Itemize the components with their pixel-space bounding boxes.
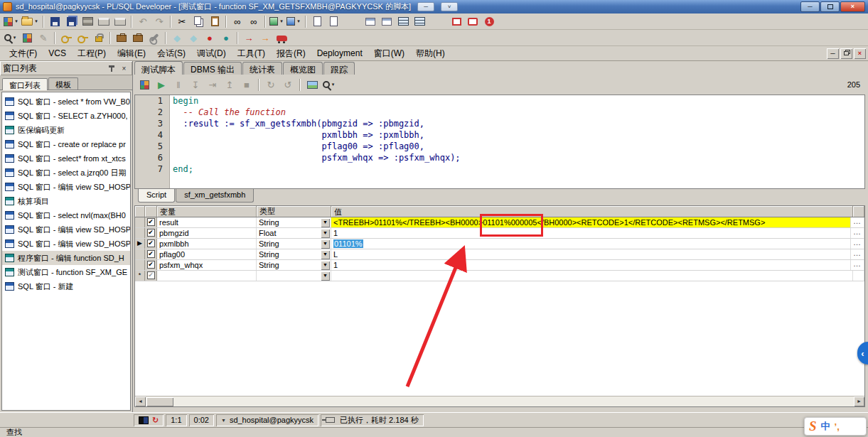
menu-file[interactable]: 文件(F) xyxy=(4,46,43,61)
checkbox-icon[interactable]: ✔ xyxy=(147,261,155,269)
key-secondary-button[interactable] xyxy=(75,31,90,45)
window-list-item[interactable]: 测试窗口 - function SF_XM_GE xyxy=(2,265,130,279)
monitor-button[interactable] xyxy=(465,14,481,28)
ime-toolbar[interactable]: S 中 ’, xyxy=(804,417,867,436)
tab-window-list[interactable]: 窗口列表 xyxy=(2,78,48,90)
code-editor[interactable]: 1begin 2 -- Call the function 3 :result … xyxy=(134,95,865,189)
variable-name-cell[interactable]: pxmlbbh xyxy=(157,239,257,249)
variable-name-cell[interactable]: psfxm_whqx xyxy=(157,260,257,270)
mdi-restore-button[interactable] xyxy=(840,48,852,59)
variable-value-cell[interactable]: 01101% xyxy=(331,239,851,249)
preferences-button[interactable] xyxy=(19,31,35,45)
execute-button[interactable]: ▶ xyxy=(154,77,169,92)
window-list-item[interactable]: 医保编码更新 xyxy=(2,123,130,137)
variable-name-cell[interactable]: pflag00 xyxy=(157,249,257,259)
snapshot-button[interactable] xyxy=(304,77,320,92)
lock-button[interactable] xyxy=(91,31,107,45)
checkbox-icon[interactable]: ✔ xyxy=(147,229,155,237)
value-column-header[interactable]: 值 xyxy=(331,206,853,217)
type-dropdown-icon[interactable]: ▼ xyxy=(321,229,330,238)
key-button[interactable] xyxy=(58,31,74,45)
find-next-button[interactable]: ∞ xyxy=(246,14,262,28)
menu-session[interactable]: 会话(S) xyxy=(151,46,191,61)
table-view-button[interactable] xyxy=(395,14,411,28)
value-ellipsis-button[interactable]: … xyxy=(851,228,864,238)
row-check-cell[interactable]: ✔ xyxy=(145,260,157,270)
variable-value-cell[interactable]: 1 xyxy=(331,260,851,270)
row-check-cell[interactable]: ✔ xyxy=(145,271,157,281)
type-dropdown-icon[interactable]: ▼ xyxy=(321,218,330,227)
package-button[interactable] xyxy=(130,31,146,45)
variable-name-cell[interactable]: pbmgzid xyxy=(157,228,257,238)
edit-button[interactable]: ✎ xyxy=(36,31,51,45)
copy-button[interactable] xyxy=(191,14,206,28)
info-button[interactable]: 1 xyxy=(481,14,497,28)
paste-button[interactable] xyxy=(207,14,223,28)
new-window-button[interactable]: ▾ xyxy=(3,14,20,28)
checkbox-icon[interactable]: ✔ xyxy=(147,271,155,279)
scrollbar-thumb[interactable] xyxy=(146,397,173,406)
stop-button[interactable]: ■ xyxy=(239,77,254,92)
window-list-item[interactable]: SQL 窗口 - SELECT a.ZYH000, a xyxy=(2,109,130,123)
variable-name-cell[interactable] xyxy=(157,271,257,281)
window-list-item[interactable]: SQL 窗口 - 编辑 view SD_HOSP xyxy=(2,237,130,251)
horizontal-scrollbar[interactable]: ◄ ► xyxy=(135,396,864,406)
pin-button[interactable] xyxy=(106,63,117,73)
tools-button[interactable] xyxy=(146,31,162,45)
menu-deployment[interactable]: Deployment xyxy=(311,47,368,60)
scroll-right-button[interactable]: ► xyxy=(854,396,864,406)
checkbox-icon[interactable]: ✔ xyxy=(147,218,155,226)
menu-debug[interactable]: 调试(D) xyxy=(191,46,232,61)
scroll-left-button[interactable]: ◄ xyxy=(135,396,146,406)
mdi-minimize-button[interactable]: ─ xyxy=(827,48,839,59)
window-list-dropdown[interactable]: ▾ xyxy=(269,14,285,28)
menu-tools[interactable]: 工具(T) xyxy=(232,46,271,61)
grid-view-button[interactable] xyxy=(412,14,427,28)
ime-punctuation-icon[interactable]: ’, xyxy=(835,421,840,432)
variable-name-cell[interactable]: result xyxy=(157,217,257,227)
type-dropdown-icon[interactable]: ▼ xyxy=(321,239,330,249)
browse-button[interactable]: ▾ xyxy=(3,31,18,45)
refresh-session-button[interactable] xyxy=(136,77,152,92)
refresh-icon[interactable]: ↻ xyxy=(152,416,159,425)
nav-forward-alt-button[interactable]: → xyxy=(257,31,273,45)
tab-templates[interactable]: 模板 xyxy=(48,77,78,90)
window-list-item[interactable]: 核算项目 xyxy=(2,194,130,208)
window-list-item[interactable]: SQL 窗口 - select* from xt_xtcs xyxy=(2,151,130,166)
loop-reverse-button[interactable]: ↺ xyxy=(280,77,296,92)
tab-statistics[interactable]: 统计表 xyxy=(242,62,282,75)
close-button[interactable]: × xyxy=(840,1,865,12)
find-button[interactable]: ∞ xyxy=(230,14,245,28)
checkbox-icon[interactable]: ✔ xyxy=(147,239,155,247)
window-list-item[interactable]: 程序窗口 - 编辑 function SD_H xyxy=(2,251,130,265)
minimize-button[interactable]: ─ xyxy=(800,1,820,12)
search-code-button[interactable]: ▾ xyxy=(321,77,337,92)
session-dropdown[interactable]: ▾ xyxy=(286,14,302,28)
step-over-button[interactable]: ⇥ xyxy=(205,77,220,92)
current-row-marker-cell[interactable]: ▶ xyxy=(135,239,145,249)
window-list-item[interactable]: SQL 窗口 - create or replace pr xyxy=(2,137,130,151)
step-into-button[interactable]: ↧ xyxy=(188,77,203,92)
menu-vcs[interactable]: VCS xyxy=(43,47,72,60)
tab-test-script[interactable]: 测试脚本 xyxy=(134,61,183,75)
variable-type-cell[interactable]: String▼ xyxy=(257,249,331,259)
title-extra-dropdown-button[interactable]: ˅ xyxy=(441,2,458,11)
variable-value-cell[interactable] xyxy=(331,271,853,281)
macro-play-button[interactable]: ● xyxy=(218,31,234,45)
menu-window[interactable]: 窗口(W) xyxy=(368,46,410,61)
menu-project[interactable]: 工程(P) xyxy=(72,46,112,61)
compare-button[interactable]: ◆ xyxy=(169,31,185,45)
break-button[interactable]: ‖ xyxy=(171,77,186,92)
undo-button[interactable]: ↶ xyxy=(135,14,151,28)
menu-edit[interactable]: 编辑(E) xyxy=(112,46,151,61)
tile-windows-button[interactable] xyxy=(379,14,395,28)
value-ellipsis-button[interactable]: … xyxy=(851,249,864,259)
type-dropdown-icon[interactable]: ▼ xyxy=(321,250,330,259)
sogou-logo-icon[interactable]: S xyxy=(809,418,817,435)
new-row-marker-cell[interactable]: * xyxy=(135,271,145,281)
maximize-button[interactable] xyxy=(820,1,840,12)
briefcase-button[interactable] xyxy=(114,31,129,45)
tab-trace[interactable]: 跟踪 xyxy=(323,62,355,75)
print-button[interactable] xyxy=(96,14,112,28)
window-list-item[interactable]: SQL 窗口 - 新建 xyxy=(2,279,130,293)
